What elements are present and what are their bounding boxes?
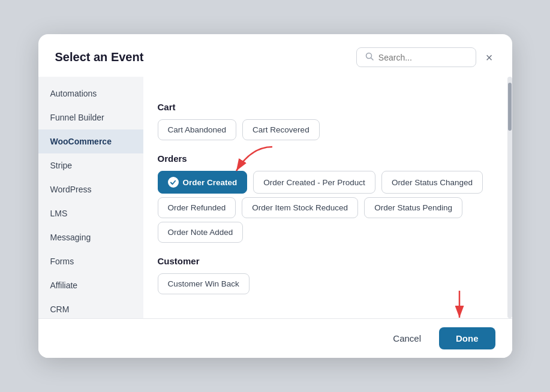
modal-body: Automations Funnel Builder WooCommerce S…: [38, 77, 512, 318]
event-btn-order-item-stock-reduced[interactable]: Order Item Stock Reduced: [242, 197, 358, 218]
section-title-orders: Orders: [158, 153, 493, 164]
customer-row-1: Customer Win Back: [158, 273, 493, 294]
search-input[interactable]: [378, 53, 467, 62]
content-with-scrollbar: Cart Cart Abandoned Cart Recovered Order…: [143, 77, 512, 318]
section-title-customer: Customer: [158, 256, 493, 266]
close-button[interactable]: ×: [483, 49, 495, 66]
orders-row-1: Order Created Order Created - Per Produc…: [158, 171, 493, 194]
sidebar-item-automations[interactable]: Automations: [38, 82, 143, 105]
scrollbar-thumb: [508, 83, 512, 131]
done-button[interactable]: Done: [439, 327, 495, 349]
orders-row-2: Order Refunded Order Item Stock Reduced …: [158, 197, 493, 218]
event-btn-order-refunded[interactable]: Order Refunded: [158, 197, 236, 218]
select-event-modal: Select an Event × Automations Funnel Bui…: [38, 34, 512, 358]
modal-title: Select an Event: [55, 50, 144, 64]
event-btn-order-created-per-product[interactable]: Order Created - Per Product: [253, 171, 375, 194]
sidebar-item-wordpress[interactable]: WordPress: [38, 177, 143, 201]
svg-line-1: [371, 58, 373, 61]
event-btn-order-created[interactable]: Order Created: [158, 171, 248, 194]
sidebar-item-lms[interactable]: LMS: [38, 201, 143, 225]
scrollbar[interactable]: [507, 77, 512, 318]
sidebar-item-funnel-builder[interactable]: Funnel Builder: [38, 105, 143, 129]
sidebar: Automations Funnel Builder WooCommerce S…: [38, 77, 143, 318]
check-circle: [168, 177, 179, 188]
modal-header: Select an Event ×: [38, 34, 512, 77]
header-right: ×: [356, 47, 495, 67]
cancel-button[interactable]: Cancel: [382, 328, 432, 349]
content-area: Cart Cart Abandoned Cart Recovered Order…: [143, 77, 507, 318]
event-btn-order-status-pending[interactable]: Order Status Pending: [364, 197, 462, 218]
cart-buttons-row: Cart Abandoned Cart Recovered: [158, 119, 493, 140]
event-btn-cart-recovered[interactable]: Cart Recovered: [242, 119, 320, 140]
search-box[interactable]: [356, 47, 476, 67]
modal-footer: Cancel Done: [38, 318, 512, 358]
sidebar-item-forms[interactable]: Forms: [38, 249, 143, 273]
orders-row-3: Order Note Added: [158, 222, 493, 243]
event-btn-customer-win-back[interactable]: Customer Win Back: [158, 273, 250, 294]
sidebar-item-affiliate[interactable]: Affiliate: [38, 273, 143, 297]
event-btn-cart-abandoned[interactable]: Cart Abandoned: [158, 119, 237, 140]
sidebar-item-messaging[interactable]: Messaging: [38, 225, 143, 249]
event-btn-order-note-added[interactable]: Order Note Added: [158, 222, 244, 243]
sidebar-item-woocommerce[interactable]: WooCommerce: [38, 129, 143, 153]
section-title-cart: Cart: [158, 102, 493, 112]
sidebar-item-stripe[interactable]: Stripe: [38, 153, 143, 177]
event-btn-order-status-changed[interactable]: Order Status Changed: [381, 171, 483, 194]
search-icon: [365, 52, 374, 62]
sidebar-item-crm[interactable]: CRM: [38, 297, 143, 318]
